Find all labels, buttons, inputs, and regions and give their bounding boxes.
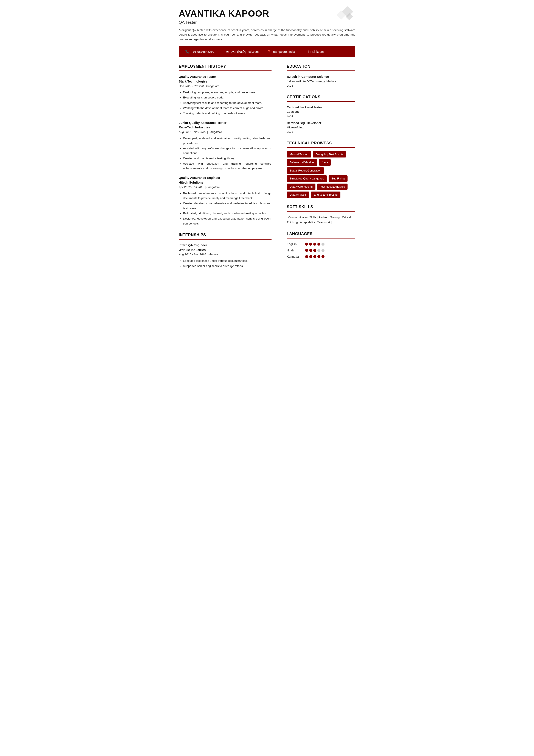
dot-empty <box>321 249 324 252</box>
job-company: Hitech Solutions <box>179 180 271 185</box>
cert-item: Certified SQL Developer Microsoft Inc. 2… <box>287 121 355 134</box>
linkedin-icon: in <box>308 49 311 54</box>
duty-item: Assisted with education and training reg… <box>183 161 271 171</box>
dot-filled <box>309 255 312 258</box>
job-period: Apr 2016 - Jul 2017 | Bangalore <box>179 185 271 189</box>
job-duties: Reviewed requirements specifications and… <box>179 191 271 226</box>
phone-icon: 📞 <box>185 49 190 54</box>
cert-org: Coursera <box>287 110 355 114</box>
languages-section-title: LANGUAGES <box>287 231 355 238</box>
duty-item: Created detailed, comprehensive and well… <box>183 201 271 211</box>
certifications-section-title: CERTIFICATIONS <box>287 94 355 102</box>
skill-tag: Java <box>319 159 331 166</box>
internship-title: Intern QA Engineer <box>179 243 271 248</box>
job-block: Quality Assurance Tester Stark Technolog… <box>179 74 271 116</box>
dot-filled <box>309 249 312 252</box>
job-title: Quality Assurance Tester <box>179 74 271 79</box>
duty-item: Developed, updated and maintained qualit… <box>183 136 271 146</box>
internship-duties: Executed test cases under various circum… <box>179 258 271 269</box>
language-dots <box>305 249 324 252</box>
skill-tag: Bug Fixing <box>329 176 347 182</box>
language-row: English <box>287 242 355 247</box>
education-item: B.Tech in Computer Science Indian Instit… <box>287 74 355 88</box>
duty-item: Executed test cases under various circum… <box>183 258 271 263</box>
dot-filled <box>318 255 320 258</box>
language-row: Hindi <box>287 248 355 253</box>
internship-company: Wrinkle Industries <box>179 248 271 253</box>
cert-item: Certified back-end tester Coursera 2014 <box>287 105 355 119</box>
soft-skills-section-title: SOFT SKILLS <box>287 204 355 212</box>
contact-email: ✉ avantika@gmail.com <box>226 49 267 54</box>
duty-item: Supported senior engineers to drive QA e… <box>183 264 271 268</box>
dot-empty <box>318 249 320 252</box>
skill-tag: Data Analysis <box>287 192 309 198</box>
skill-tag: End-to-End Testing <box>311 192 340 198</box>
duty-item: Estimated, prioritized, planned, and coo… <box>183 211 271 216</box>
language-name: Hindi <box>287 248 305 253</box>
duty-item: Reviewed requirements specifications and… <box>183 191 271 201</box>
resume-title: QA Tester <box>179 19 355 26</box>
contact-phone: 📞 +91-9876543210 <box>185 49 226 54</box>
job-company: Stark Technologies <box>179 79 271 84</box>
skill-tag: Manual Testing <box>287 151 311 158</box>
dot-filled <box>313 255 316 258</box>
skill-tag: Data Warehousing <box>287 183 316 190</box>
skill-tag: Test Result Analysis <box>317 183 348 190</box>
duty-item: Analyzing test results and reporting to … <box>183 101 271 105</box>
skill-tag: Status Report Generation <box>287 167 324 174</box>
internships-section-title: INTERNSHIPS <box>179 232 271 240</box>
duty-item: Working with the development team to cor… <box>183 106 271 111</box>
cert-year: 2014 <box>287 114 355 118</box>
edu-year: 2015 <box>287 84 355 88</box>
language-row: Kannada <box>287 255 355 259</box>
dot-filled <box>321 255 324 258</box>
job-block: Quality Assurance Engineer Hitech Soluti… <box>179 176 271 226</box>
language-name: Kannada <box>287 255 305 259</box>
job-period: Dec 2020 - Present | Bangalore <box>179 84 271 88</box>
edu-degree: B.Tech in Computer Science <box>287 74 355 79</box>
language-dots <box>305 243 324 246</box>
dot-filled <box>305 249 308 252</box>
language-name: English <box>287 242 305 247</box>
job-duties: Designing test plans, scenarios, scripts… <box>179 90 271 116</box>
dot-filled <box>305 243 308 246</box>
resume-name: AVANTIKA KAPOOR <box>179 9 355 18</box>
dot-empty <box>321 243 324 246</box>
cert-name: Certified back-end tester <box>287 105 355 110</box>
language-dots <box>305 255 324 258</box>
internship-period: Aug 2015 - Mar 2016 | Madras <box>179 252 271 256</box>
internship-block: Intern QA Engineer Wrinkle Industries Au… <box>179 243 271 268</box>
dot-filled <box>313 249 316 252</box>
dot-filled <box>318 243 320 246</box>
edu-institution: Indian Institute Of Technology, Madras <box>287 79 355 84</box>
employment-section-title: EMPLOYMENT HISTORY <box>179 64 271 71</box>
cert-name: Certified SQL Developer <box>287 121 355 125</box>
job-title: Junior Quality Assurance Tester <box>179 121 271 125</box>
soft-skills-text: | Communication Skills | Problem Solving… <box>287 215 355 225</box>
technical-prowess-section-title: TECHNICAL PROWESS <box>287 140 355 148</box>
duty-item: Designing test plans, scenarios, scripts… <box>183 90 271 95</box>
dot-filled <box>313 243 316 246</box>
duty-item: Designed, developed and executed automat… <box>183 216 271 226</box>
job-duties: Developed, updated and maintained qualit… <box>179 136 271 171</box>
duty-item: Tracking defects and helping troubleshoo… <box>183 111 271 116</box>
dot-filled <box>309 243 312 246</box>
tags-container: Manual Testing Designing Test Scripts Se… <box>287 151 355 198</box>
skill-tag: Selenium Webdriver <box>287 159 318 166</box>
email-icon: ✉ <box>226 49 229 54</box>
cert-year: 2014 <box>287 130 355 134</box>
cert-org: Microsoft Inc. <box>287 125 355 130</box>
dot-filled <box>305 255 308 258</box>
job-block: Junior Quality Assurance Tester Race-Tec… <box>179 121 271 171</box>
contact-location: 📍 Bangalore, India <box>267 49 308 54</box>
location-icon: 📍 <box>267 49 271 54</box>
duty-item: Created and maintained a testing library… <box>183 156 271 161</box>
right-column: EDUCATION B.Tech in Computer Science Ind… <box>279 64 355 273</box>
job-period: Aug 2017 - Nov 2020 | Bangalore <box>179 130 271 134</box>
duty-item: Assisted with any software changes for d… <box>183 146 271 156</box>
left-column: EMPLOYMENT HISTORY Quality Assurance Tes… <box>179 64 279 273</box>
resume-summary: A diligent QA Tester, with experience of… <box>179 28 355 42</box>
linkedin-link[interactable]: LinkedIn <box>312 49 324 54</box>
contact-linkedin[interactable]: in LinkedIn <box>308 49 349 54</box>
skill-tag: Designing Test Scripts <box>313 151 346 158</box>
